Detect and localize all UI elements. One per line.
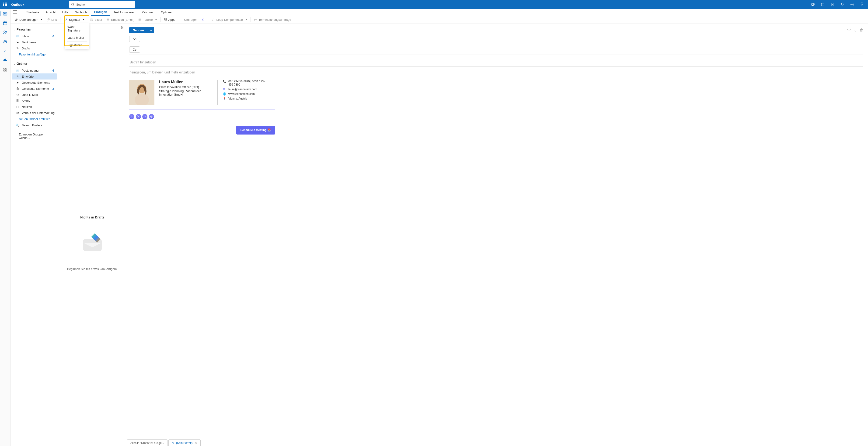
table-button[interactable]: Tabelle — [136, 17, 159, 22]
body-hint[interactable]: / eingeben, um Dateien und mehr einzufüg… — [129, 68, 863, 76]
scheduling-poll-button[interactable]: Terminplanungsumfrage — [252, 17, 293, 22]
loop-button[interactable]: Loop-Komponenten — [210, 17, 249, 22]
polls-button[interactable]: Umfragen — [178, 17, 199, 22]
tab-ansicht[interactable]: Ansicht — [42, 9, 59, 16]
signature-option-laura[interactable]: Laura Müller — [65, 34, 89, 41]
send-dropdown[interactable]: ⌄ — [148, 27, 154, 33]
tag-icon — [202, 18, 205, 22]
teams-call-icon[interactable] — [809, 0, 817, 9]
svg-rect-20 — [6, 68, 7, 69]
web-icon: 🌐 — [223, 92, 226, 96]
new-folder-link[interactable]: Neuen Ordner erstellen — [12, 116, 57, 122]
schedule-meeting-button[interactable]: Schedule a Meeting 📅 — [236, 126, 275, 134]
send-button[interactable]: Senden — [129, 27, 148, 33]
filter-icon[interactable]: ⚞ — [121, 25, 124, 30]
notifications-icon[interactable] — [838, 0, 846, 9]
apps-button[interactable]: Apps — [162, 17, 177, 22]
signature-icon — [64, 18, 68, 22]
search-box[interactable] — [69, 1, 135, 8]
svg-point-17 — [4, 40, 5, 42]
instagram-icon[interactable]: ◎ — [149, 114, 154, 119]
attach-file-button[interactable]: Datei anfügen — [13, 17, 44, 22]
rail-groups-icon[interactable] — [3, 39, 8, 44]
settings-icon[interactable] — [848, 0, 856, 9]
images-button[interactable]: Bilder — [88, 17, 104, 22]
bottom-tab-compose[interactable]: ✎ (Kein Betreff) ✕ — [168, 440, 200, 446]
folder-posteingang[interactable]: 📨Posteingang6 — [12, 67, 57, 73]
calendar-poll-icon — [254, 18, 257, 22]
folders-section[interactable]: ⌄Ordner — [12, 61, 57, 66]
sig-phone: 06 123-456-7890 | 0034 123-456-7890 — [228, 80, 266, 86]
signature-dropdown: Work Signature Laura Müller Signaturen..… — [65, 23, 89, 49]
signature-button[interactable]: Signatur — [62, 17, 87, 23]
rail-more-apps-icon[interactable] — [3, 67, 8, 72]
folder-notizen[interactable]: 🗒Notizen — [12, 104, 57, 110]
rail-mail-icon[interactable] — [3, 11, 8, 16]
subject-input[interactable]: Betreff hinzufügen — [129, 58, 863, 67]
favorites-section[interactable]: ⌄Favoriten — [12, 27, 57, 32]
empty-illustration — [79, 230, 106, 253]
folder-verlauf[interactable]: 🗂Verlauf der Unterhaltung — [12, 110, 57, 116]
encrypt-icon[interactable]: 🛡 — [847, 28, 851, 32]
folder-geloeschte[interactable]: 🗑Gelöschte Elemente2 — [12, 86, 57, 92]
signature-option-work[interactable]: Work Signature — [65, 23, 89, 34]
cc-button[interactable]: Cc — [129, 46, 140, 53]
tips-icon[interactable] — [858, 0, 866, 9]
signature-block: Laura Müller Chief Innovation Officer (C… — [129, 76, 275, 110]
bottom-tab-drafts[interactable]: Alles in "Drafts" ist ausge... — [127, 440, 167, 446]
more-menu-icon[interactable]: ⌄ — [854, 28, 857, 32]
close-tab-icon[interactable]: ✕ — [194, 441, 197, 445]
tab-optionen[interactable]: Optionen — [158, 9, 177, 16]
folder-inbox[interactable]: 📨Inbox6 — [12, 33, 57, 39]
cc-input[interactable] — [142, 47, 863, 52]
folder-sent-items[interactable]: ➤Sent Items — [12, 39, 57, 45]
emoji-icon — [106, 18, 110, 22]
search-input[interactable] — [76, 3, 133, 6]
groups-link[interactable]: Zu neuen Gruppen wechs... — [12, 131, 57, 141]
app-launcher-icon[interactable] — [3, 2, 7, 7]
drafts-icon: ✎ — [16, 74, 19, 78]
to-input[interactable] — [142, 36, 863, 41]
to-button[interactable]: An — [129, 36, 140, 42]
tag-button[interactable] — [200, 17, 207, 22]
emoji-button[interactable]: Emoticon (Emoji) — [104, 17, 136, 22]
twitter-icon[interactable]: 𝕏 — [136, 114, 141, 119]
link-button[interactable]: Link — [45, 17, 59, 22]
folder-gesendete[interactable]: ➤Gesendete Elemente — [12, 79, 57, 86]
rail-todo-icon[interactable] — [3, 49, 8, 54]
delete-draft-icon[interactable]: 🗑 — [860, 28, 863, 32]
folder-archiv[interactable]: 🗄Archiv — [12, 98, 57, 104]
signature-manage[interactable]: Signaturen... — [65, 41, 89, 49]
calendar-peek-icon[interactable] — [818, 0, 827, 9]
hamburger-icon[interactable] — [13, 10, 19, 14]
folder-entwuerfe[interactable]: ✎Entwürfe — [12, 73, 57, 79]
svg-point-8 — [852, 4, 853, 5]
rail-people-icon[interactable] — [3, 30, 8, 35]
my-day-icon[interactable] — [828, 0, 837, 9]
search-icon — [71, 3, 74, 6]
folder-search-folders[interactable]: 🔍Search Folders — [12, 122, 57, 128]
linkedin-icon[interactable]: in — [142, 114, 148, 119]
facebook-icon[interactable]: f — [129, 114, 134, 119]
svg-rect-31 — [139, 19, 142, 21]
folder-junk[interactable]: ⊘Junk-E-Mail — [12, 92, 57, 98]
history-icon: 🗂 — [16, 111, 19, 115]
rail-onedrive-icon[interactable] — [3, 58, 8, 63]
notes-icon: 🗒 — [16, 105, 19, 109]
svg-rect-44 — [254, 19, 257, 21]
signature-socials: f 𝕏 in ◎ — [129, 114, 863, 119]
folder-pane: ⌄Favoriten 📨Inbox6 ➤Sent Items ✎Drafts F… — [10, 24, 58, 446]
toolbar: Datei anfügen Link Signatur Bilder Emoti… — [10, 16, 868, 24]
tab-nachricht[interactable]: Nachricht — [72, 9, 91, 16]
folder-drafts-fav[interactable]: ✎Drafts — [12, 45, 57, 51]
inbox-icon: 📨 — [16, 68, 19, 72]
tab-textformatieren[interactable]: Text formatieren — [110, 9, 138, 16]
tab-einfuegen[interactable]: Einfügen — [91, 9, 111, 16]
tab-hilfe[interactable]: Hilfe — [59, 9, 72, 16]
tab-startseite[interactable]: Startseite — [23, 9, 42, 16]
add-favorite-link[interactable]: Favoriten hinzufügen — [12, 51, 57, 58]
rail-calendar-icon[interactable] — [3, 21, 8, 26]
poll-icon — [179, 18, 183, 22]
brand-label: Outlook — [11, 3, 25, 6]
tab-zeichnen[interactable]: Zeichnen — [138, 9, 157, 16]
